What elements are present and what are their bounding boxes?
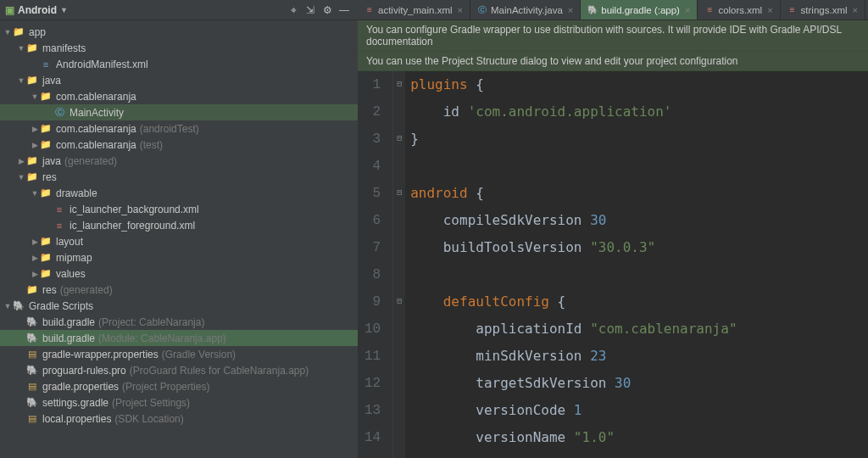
line-number: 1 [364,71,381,98]
file-icon: 📁 [39,235,53,249]
tree-item-label: Gradle Scripts [29,300,93,312]
tree-item-label: manifests [42,42,86,54]
tree-item[interactable]: ▶📁com.cablenaranja(androidTest) [0,120,358,137]
fold-marker [393,424,405,451]
tree-item-suffix: (generated) [64,155,117,167]
expand-icon[interactable]: ▶ [17,157,25,165]
expand-icon[interactable]: ▶ [31,125,39,133]
editor-tab[interactable]: ≡activity_main.xml× [358,0,470,20]
tree-item[interactable]: ▼📁java [0,72,358,88]
expand-icon[interactable]: ▼ [17,173,25,182]
gradle-banner-1[interactable]: You can configure Gradle wrapper to use … [358,20,868,52]
expand-icon[interactable]: ▶ [31,270,39,278]
file-icon: 📁 [39,122,53,136]
tree-item[interactable]: ▼📁drawable [0,185,358,201]
tree-item[interactable]: 🐘build.gradle(Module: CableNaranja.app) [0,330,358,346]
tree-item[interactable]: ▤gradle.properties(Project Properties) [0,378,358,394]
tree-item[interactable]: ▶📁mipmap [0,249,358,265]
fold-marker [393,153,405,180]
expand-icon[interactable]: ▼ [31,92,39,101]
editor-tab-bar: ≡activity_main.xml×ⒸMainActivity.java×🐘b… [358,0,868,20]
tree-item[interactable]: ▼📁com.cablenaranja [0,88,358,104]
file-icon: 🐘 [25,396,39,410]
tree-item[interactable]: ≡ic_launcher_foreground.xml [0,217,358,233]
code-editor[interactable]: 123456789101112131415 ⊟⊟⊟⊟ plugins { id … [358,71,868,458]
file-icon: Ⓒ [53,106,66,120]
tree-item[interactable]: ▶📁values [0,265,358,282]
file-icon: 📁 [12,25,25,39]
tree-item-label: java [42,75,61,87]
fold-marker[interactable]: ⊟ [393,126,405,153]
tree-item[interactable]: ▤gradle-wrapper.properties(Gradle Versio… [0,346,358,362]
chevron-down-icon[interactable]: ▼ [60,6,68,14]
panel-header: ▣ Android ▼ ⌖ ⇲ ⚙ — [0,0,358,20]
line-number: 3 [364,126,381,153]
fold-marker[interactable]: ⊟ [393,71,405,98]
tree-item-label: MainActivity [70,107,124,119]
gradle-banner-2[interactable]: You can use the Project Structure dialog… [358,52,868,71]
close-icon[interactable]: × [853,5,858,15]
fold-marker [393,370,405,397]
tree-item-suffix: (Module: CableNaranja.app) [98,332,226,344]
hide-panel-button[interactable]: — [336,3,353,18]
tree-item[interactable]: 🐘build.gradle(Project: CableNaranja) [0,314,358,330]
fold-marker [393,397,405,424]
fold-marker [393,207,405,234]
close-icon[interactable]: × [767,5,772,15]
panel-title[interactable]: Android [18,4,57,16]
code-content[interactable]: plugins { id 'com.android.application'} … [405,71,868,458]
tree-item[interactable]: ▶📁com.cablenaranja(test) [0,137,358,153]
expand-icon[interactable]: ▼ [31,189,39,198]
tree-item-label: gradle.properties [42,381,119,393]
file-icon: 📁 [25,154,39,168]
line-number: 9 [364,288,381,316]
expand-icon[interactable]: ▼ [3,28,12,36]
close-icon[interactable]: × [568,5,573,15]
expand-icon[interactable]: ▼ [3,302,12,310]
tree-item[interactable]: ▶📁layout [0,233,358,249]
expand-icon[interactable]: ▶ [31,237,39,246]
project-tree[interactable]: ▼📁app▼📁manifests≡AndroidManifest.xml▼📁ja… [0,20,358,458]
file-icon: ≡ [39,58,53,71]
file-icon: 🐘 [25,364,39,377]
select-opened-file-button[interactable]: ⌖ [285,3,302,18]
tree-item-label: AndroidManifest.xml [56,59,148,70]
tree-item-label: gradle-wrapper.properties [42,349,159,360]
tree-item-label: res [42,171,57,183]
editor-tab[interactable]: ≡strings.xml× [781,0,865,20]
expand-icon[interactable]: ▶ [31,254,39,262]
fold-column[interactable]: ⊟⊟⊟⊟ [393,71,405,458]
editor-tab[interactable]: ≡colors.xml× [698,0,780,20]
editor-tab[interactable]: ⒸMainActivity.java× [470,0,581,20]
expand-icon[interactable]: ▼ [17,44,25,53]
tree-item[interactable]: ⒸMainActivity [0,104,358,120]
file-icon: 📁 [39,267,53,281]
tree-item[interactable]: 🐘proguard-rules.pro(ProGuard Rules for C… [0,362,358,378]
tree-item-suffix: (Project Settings) [112,397,190,409]
close-icon[interactable]: × [458,5,463,15]
tree-item[interactable]: ▼🐘Gradle Scripts [0,298,358,314]
file-icon: 📁 [25,170,39,184]
tab-label: MainActivity.java [491,5,563,15]
fold-marker[interactable]: ⊟ [393,180,405,207]
expand-icon[interactable]: ▼ [17,76,25,85]
tree-item-suffix: (ProGuard Rules for CableNaranja.app) [130,365,309,377]
tree-item[interactable]: ≡ic_launcher_background.xml [0,201,358,217]
tree-item[interactable]: ▶📁java(generated) [0,153,358,169]
editor-tab[interactable]: 🐘build.gradle (:app)× [581,0,698,20]
tree-item[interactable]: ▼📁res [0,169,358,185]
tree-item[interactable]: 🐘settings.gradle(Project Settings) [0,394,358,411]
tree-item[interactable]: ▤local.properties(SDK Location) [0,411,358,427]
settings-button[interactable]: ⚙ [319,3,336,18]
tree-item[interactable]: ▼📁app [0,24,358,40]
tree-item[interactable]: 📁res(generated) [0,282,358,298]
close-icon[interactable]: × [685,5,690,15]
expand-icon[interactable]: ▶ [31,141,39,149]
expand-all-button[interactable]: ⇲ [302,3,319,18]
tab-file-icon: ≡ [787,5,798,15]
tree-item[interactable]: ▼📁manifests [0,40,358,56]
tree-item[interactable]: ≡AndroidManifest.xml [0,56,358,72]
fold-marker [393,98,405,126]
fold-marker [393,234,405,261]
fold-marker[interactable]: ⊟ [393,288,405,316]
